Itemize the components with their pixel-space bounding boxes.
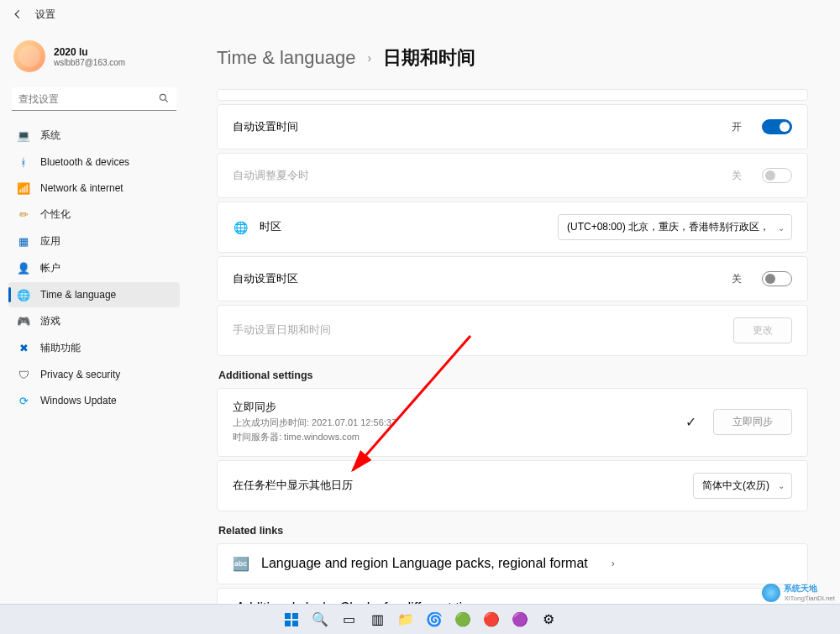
chevron-right-icon: › [612,558,615,569]
additional-settings-title: Additional settings [218,369,808,381]
back-button[interactable] [10,7,25,22]
nav-icon: 📶 [17,181,30,195]
nav-icon: ᚼ [17,155,30,169]
lang-title: Language and region [261,556,388,570]
dst-label: 自动调整夏令时 [233,169,309,183]
nav-item-9[interactable]: 🛡Privacy & security [8,362,180,387]
setting-auto-time: 自动设置时间 开 [217,104,808,149]
timezone-select[interactable]: (UTC+08:00) 北京，重庆，香港特别行政区， ⌄ [558,214,792,240]
settings-taskbar-icon[interactable]: ⚙ [536,607,561,632]
nav-item-7[interactable]: 🎮游戏 [8,308,180,334]
breadcrumb: Time & language › 日期和时间 [217,45,808,71]
chrome-icon[interactable]: 🔴 [479,607,504,632]
nav-item-0[interactable]: 💻系统 [8,123,180,149]
nav-label: Windows Update [40,395,117,406]
pinned-app-1[interactable]: 🟢 [450,607,475,632]
nav-label: 系统 [40,128,60,143]
avatar [13,40,45,72]
related-links-title: Related links [218,525,808,537]
chevron-right-icon: › [368,51,372,65]
nav-item-3[interactable]: ✏个性化 [8,202,180,228]
nav-label: 应用 [40,234,60,249]
nav-icon: ▦ [17,235,30,249]
auto-time-toggle[interactable] [762,119,792,134]
auto-time-label: 自动设置时间 [233,120,298,134]
nav-item-2[interactable]: 📶Network & internet [8,176,180,201]
taskbar-search-icon[interactable]: 🔍 [307,607,333,632]
watermark-url: XiTongTianDi.net [784,595,835,602]
check-icon: ✓ [685,414,696,430]
manual-label: 手动设置日期和时间 [233,323,331,338]
svg-rect-2 [285,613,291,619]
nav-icon: ✏ [17,208,30,222]
auto-tz-state: 关 [732,272,742,286]
timezone-label: 时区 [260,220,281,234]
nav-label: Bluetooth & devices [40,156,129,168]
sync-card: 立即同步 上次成功同步时间: 2021.07.01 12:56:37 时间服务器… [217,388,808,457]
pinned-app-2[interactable]: 🟣 [507,607,533,632]
edge-icon[interactable]: 🌀 [422,607,447,632]
calendar-value: 简体中文(农历) [702,479,769,491]
widgets-icon[interactable]: ▥ [365,607,390,632]
nav-icon: ✖ [17,342,30,355]
svg-rect-3 [292,613,298,619]
setting-auto-timezone: 自动设置时区 关 [217,256,808,301]
dst-state: 关 [732,169,742,183]
nav-list: 💻系统ᚼBluetooth & devices📶Network & intern… [8,123,180,413]
search-icon [158,92,170,107]
lang-sub: Language packs, regional format [392,556,588,570]
svg-rect-4 [285,621,291,626]
auto-time-state: 开 [732,120,742,134]
nav-icon: 💻 [17,129,30,143]
nav-icon: 👤 [17,262,30,275]
nav-label: 帐户 [40,261,60,275]
nav-icon: ⟳ [17,394,30,407]
sync-server: 时间服务器: time.windows.com [233,431,396,443]
nav-icon: 🎮 [17,315,30,328]
nav-label: 个性化 [40,207,71,222]
taskbar[interactable]: 🔍 ▭ ▥ 📁 🌀 🟢 🔴 🟣 ⚙ [0,604,840,634]
sync-title: 立即同步 [233,401,396,415]
language-region-link[interactable]: 🔤 Language and region Language packs, re… [217,543,808,584]
nav-label: Time & language [40,289,116,301]
auto-tz-label: 自动设置时区 [233,272,298,286]
nav-label: 游戏 [40,314,60,328]
chevron-down-icon: ⌄ [778,223,785,232]
nav-item-1[interactable]: ᚼBluetooth & devices [8,149,180,175]
breadcrumb-parent[interactable]: Time & language [217,47,356,69]
user-name: 2020 lu [54,46,125,58]
auto-tz-toggle[interactable] [762,271,792,286]
language-icon: 🔤 [233,556,249,572]
nav-icon: 🛡 [17,368,30,381]
watermark-brand: 系统天地 [784,583,835,595]
chevron-down-icon: ⌄ [778,481,785,490]
sidebar: 2020 lu wslbb87@163.com 💻系统ᚼBluetooth & … [0,29,185,604]
nav-item-5[interactable]: 👤帐户 [8,255,180,281]
setting-manual-datetime: 手动设置日期和时间 更改 [217,305,808,356]
search-input[interactable] [12,87,176,111]
explorer-icon[interactable]: 📁 [393,607,418,632]
svg-point-0 [160,94,165,100]
nav-item-8[interactable]: ✖辅助功能 [8,335,180,361]
calendar-select[interactable]: 简体中文(农历) ⌄ [693,473,792,499]
setting-dst: 自动调整夏令时 关 [217,153,808,198]
nav-item-6[interactable]: 🌐Time & language [8,282,180,307]
timezone-value: (UTC+08:00) 北京，重庆，香港特别行政区， [567,221,769,233]
sync-now-button[interactable]: 立即同步 [713,409,792,435]
user-profile[interactable]: 2020 lu wslbb87@163.com [8,37,180,84]
nav-item-10[interactable]: ⟳Windows Update [8,388,180,413]
title-bar: 设置 [0,0,840,29]
watermark-icon [762,584,780,602]
arrow-left-icon [12,8,24,20]
nav-item-4[interactable]: ▦应用 [8,228,180,254]
watermark: 系统天地 XiTongTianDi.net [762,583,835,602]
task-view-icon[interactable]: ▭ [336,607,361,632]
start-button[interactable] [279,607,304,632]
taskbar-calendar-card: 在任务栏中显示其他日历 简体中文(农历) ⌄ [217,460,808,511]
additional-clocks-link[interactable]: Additional clocks Clocks for different t… [217,588,808,604]
nav-label: 辅助功能 [40,341,81,355]
change-button[interactable]: 更改 [733,317,792,343]
user-email: wslbb87@163.com [54,58,125,67]
setting-timezone: 🌐 时区 (UTC+08:00) 北京，重庆，香港特别行政区， ⌄ [217,202,808,253]
search-box[interactable] [12,87,176,111]
